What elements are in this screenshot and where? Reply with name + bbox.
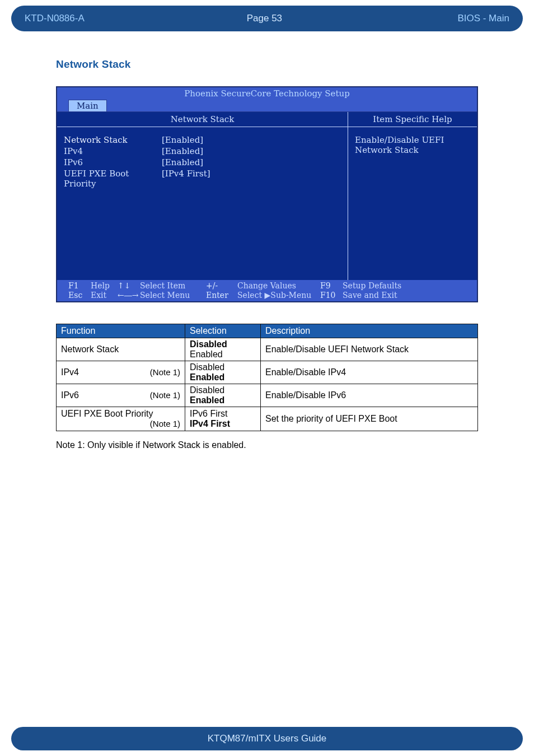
bios-tab-main[interactable]: Main bbox=[68, 100, 107, 111]
function-note: (Note 1) bbox=[150, 390, 180, 400]
selection-option: Enabled bbox=[190, 349, 256, 360]
table-row: UEFI PXE Boot Priority(Note 1)IPv6 First… bbox=[57, 407, 478, 431]
bios-option-row[interactable]: UEFI PXE Boot Priority [IPv4 First] bbox=[64, 169, 342, 189]
function-note: (Note 1) bbox=[150, 367, 180, 377]
arrows-updown-icon: ↑↓ bbox=[118, 281, 140, 291]
page-footer: KTQM87/mITX Users Guide bbox=[11, 727, 523, 750]
selection-option: IPv6 First bbox=[190, 409, 256, 419]
bios-left-heading: Network Stack bbox=[57, 112, 348, 127]
bios-title: Phoenix SecureCore Technology Setup bbox=[57, 87, 477, 100]
selection-cell: DisabledEnabled bbox=[185, 384, 261, 407]
selection-option: Disabled bbox=[190, 362, 256, 372]
bios-key: F9 bbox=[320, 281, 343, 291]
bios-option-value: [IPv4 First] bbox=[162, 169, 210, 189]
bios-left-panel: Network Stack Network Stack [Enabled] IP… bbox=[57, 112, 348, 280]
bios-key: Enter bbox=[206, 291, 237, 300]
bios-legend-row: Esc Exit ←―→ Select Menu Enter Select ▶S… bbox=[68, 291, 475, 300]
bios-key: Esc bbox=[68, 291, 91, 300]
description-cell: Set the priority of UEFI PXE Boot bbox=[261, 407, 478, 431]
bios-screenshot: Phoenix SecureCore Technology Setup Main… bbox=[56, 86, 478, 302]
description-cell: Enable/Disable IPv4 bbox=[261, 361, 478, 384]
function-note: (Note 1) bbox=[150, 419, 180, 428]
table-row: IPv4(Note 1)DisabledEnabledEnable/Disabl… bbox=[57, 361, 478, 384]
col-selection: Selection bbox=[185, 324, 261, 338]
bios-key-action: Select Menu bbox=[140, 291, 206, 300]
page-number: Page 53 bbox=[180, 13, 349, 24]
selection-cell: DisabledEnabled bbox=[185, 361, 261, 384]
bios-option-label: IPv4 bbox=[64, 146, 162, 156]
page-header: KTD-N0886-A Page 53 BIOS - Main bbox=[11, 6, 523, 31]
description-cell: Enable/Disable UEFI Network Stack bbox=[261, 338, 478, 361]
section-heading: Network Stack bbox=[56, 58, 534, 71]
bios-key-action: Save and Exit bbox=[343, 291, 397, 300]
bios-option-value: [Enabled] bbox=[162, 157, 203, 167]
col-description: Description bbox=[261, 324, 478, 338]
table-body: Network StackDisabledEnabledEnable/Disab… bbox=[57, 338, 478, 431]
function-table: Function Selection Description Network S… bbox=[56, 324, 478, 431]
bios-option-value: [Enabled] bbox=[162, 135, 203, 145]
bios-help-text: Enable/Disable UEFI Network Stack bbox=[348, 127, 477, 280]
doc-id: KTD-N0886-A bbox=[11, 13, 180, 24]
selection-option: Enabled bbox=[190, 372, 256, 382]
bios-option-label: Network Stack bbox=[64, 135, 162, 145]
selection-option: Disabled bbox=[190, 385, 256, 395]
bios-key-action: Exit bbox=[91, 291, 118, 300]
bios-key: +/- bbox=[206, 281, 237, 291]
bios-option-row[interactable]: IPv4 [Enabled] bbox=[64, 146, 342, 156]
bios-options-list: Network Stack [Enabled] IPv4 [Enabled] I… bbox=[57, 127, 348, 280]
bios-key: F1 bbox=[68, 281, 91, 291]
function-name: IPv6 bbox=[61, 390, 79, 400]
bios-key-action: Change Values bbox=[237, 281, 320, 291]
bios-option-row[interactable]: Network Stack [Enabled] bbox=[64, 135, 342, 145]
bios-key-action: Setup Defaults bbox=[343, 281, 401, 291]
function-cell: IPv4(Note 1) bbox=[57, 361, 185, 384]
bios-key-action: Select Item bbox=[140, 281, 206, 291]
bios-legend-row: F1 Help ↑↓ Select Item +/- Change Values… bbox=[68, 281, 475, 291]
footer-title: KTQM87/mITX Users Guide bbox=[208, 733, 327, 744]
bios-key-action: Select ▶Sub-Menu bbox=[237, 291, 320, 300]
bios-body: Network Stack Network Stack [Enabled] IP… bbox=[57, 112, 477, 280]
bios-tab-bar: Main bbox=[57, 100, 477, 112]
table-row: IPv6(Note 1)DisabledEnabledEnable/Disabl… bbox=[57, 384, 478, 407]
function-cell: IPv6(Note 1) bbox=[57, 384, 185, 407]
selection-option: Enabled bbox=[190, 395, 256, 405]
section-name: BIOS - Main bbox=[349, 13, 523, 24]
function-name: UEFI PXE Boot Priority bbox=[61, 409, 153, 418]
note-1: Note 1: Only visible if Network Stack is… bbox=[56, 440, 478, 450]
function-name: IPv4 bbox=[61, 367, 79, 377]
selection-cell: IPv6 FirstIPv4 First bbox=[185, 407, 261, 431]
bios-option-label: UEFI PXE Boot Priority bbox=[64, 169, 162, 189]
bios-option-value: [Enabled] bbox=[162, 146, 203, 156]
bios-option-row[interactable]: IPv6 [Enabled] bbox=[64, 157, 342, 167]
bios-option-label: IPv6 bbox=[64, 157, 162, 167]
description-cell: Enable/Disable IPv6 bbox=[261, 384, 478, 407]
selection-option: Disabled bbox=[190, 339, 256, 349]
bios-key-legend: F1 Help ↑↓ Select Item +/- Change Values… bbox=[57, 280, 477, 301]
bios-help-panel: Item Specific Help Enable/Disable UEFI N… bbox=[348, 112, 477, 280]
selection-cell: DisabledEnabled bbox=[185, 338, 261, 361]
selection-option: IPv4 First bbox=[190, 419, 256, 429]
bios-key: F10 bbox=[320, 291, 343, 300]
arrows-leftright-icon: ←―→ bbox=[118, 291, 140, 300]
table-header-row: Function Selection Description bbox=[57, 324, 478, 338]
table-row: Network StackDisabledEnabledEnable/Disab… bbox=[57, 338, 478, 361]
function-cell: UEFI PXE Boot Priority(Note 1) bbox=[57, 407, 185, 431]
bios-key-action: Help bbox=[91, 281, 118, 291]
function-cell: Network Stack bbox=[57, 338, 185, 361]
col-function: Function bbox=[57, 324, 185, 338]
bios-help-heading: Item Specific Help bbox=[348, 112, 477, 127]
